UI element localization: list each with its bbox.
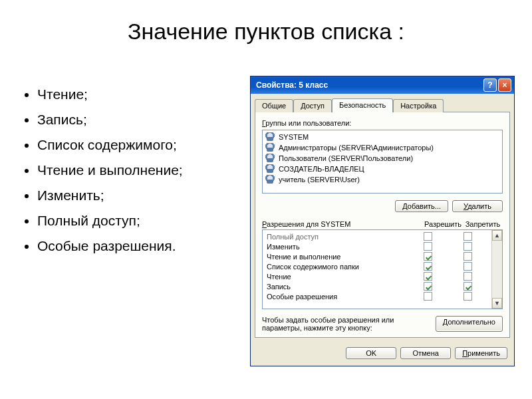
users-listbox[interactable]: SYSTEM Администраторы (SERVER\Администра… [262, 130, 503, 194]
tab-access[interactable]: Доступ [293, 99, 332, 112]
permissions-listbox: Полный доступ Изменить Чтение и выполнен… [262, 229, 503, 309]
add-button[interactable]: Добавить... [395, 200, 448, 212]
bullet-item: Особые разрешения. [37, 238, 239, 254]
cancel-button[interactable]: Отмена [400, 347, 451, 359]
deny-checkbox[interactable] [464, 282, 472, 291]
deny-checkbox[interactable] [464, 252, 472, 261]
tab-security[interactable]: Безопасность [332, 98, 393, 112]
perm-row: Полный доступ [263, 231, 491, 241]
bullet-item: Изменить; [37, 188, 239, 203]
user-row[interactable]: СОЗДАТЕЛЬ-ВЛАДЕЛЕЦ [263, 164, 502, 174]
allow-checkbox[interactable] [424, 282, 432, 291]
slide-title: Значение пунктов списка : [0, 0, 532, 61]
user-row[interactable]: учитель (SERVER\User) [263, 174, 502, 185]
user-name: SYSTEM [279, 133, 309, 141]
user-icon [265, 132, 275, 142]
window-title: Свойства: 5 класс [256, 80, 328, 90]
bullet-item: Полный доступ; [37, 213, 239, 229]
bullet-list: Чтение; Запись; Список содержимого; Чтен… [20, 86, 239, 263]
advanced-hint: Чтобы задать особые разрешения или парам… [262, 316, 503, 332]
perm-row: Чтение [263, 271, 491, 281]
titlebar[interactable]: Свойства: 5 класс ? × [251, 76, 514, 94]
perm-row: Особые разрешения [263, 291, 491, 301]
allow-checkbox[interactable] [424, 232, 432, 241]
user-icon [265, 143, 275, 152]
deny-checkbox[interactable] [464, 242, 472, 251]
remove-button[interactable]: Удалить [452, 200, 503, 212]
advanced-button[interactable]: Дополнительно [436, 316, 503, 332]
user-icon [265, 154, 275, 163]
perm-row: Список содержимого папки [263, 261, 491, 271]
permissions-header: Разрешения для SYSTEM Разрешить Запретит… [262, 220, 503, 228]
user-row[interactable]: Администраторы (SERVER\Администраторы) [263, 142, 502, 153]
help-button[interactable]: ? [483, 78, 497, 92]
col-allow: Разрешить [423, 220, 463, 228]
perm-name: Изменить [267, 243, 408, 251]
close-button[interactable]: × [498, 78, 511, 92]
col-deny: Запретить [463, 220, 503, 228]
ok-button[interactable]: OK [346, 347, 396, 359]
user-name: Пользователи (SERVER\Пользователи) [279, 154, 413, 162]
perm-row: Запись [263, 281, 491, 291]
user-name: Администраторы (SERVER\Администраторы) [279, 144, 434, 152]
scroll-up-icon[interactable]: ▲ [492, 230, 502, 241]
tab-general[interactable]: Общие [255, 99, 293, 112]
allow-checkbox[interactable] [424, 262, 432, 271]
user-name: учитель (SERVER\User) [279, 176, 360, 184]
perm-row: Чтение и выполнение [263, 251, 491, 261]
allow-checkbox[interactable] [424, 252, 432, 261]
user-icon [265, 164, 275, 174]
deny-checkbox[interactable] [464, 232, 472, 241]
perm-name: Чтение и выполнение [267, 253, 408, 261]
allow-checkbox[interactable] [424, 242, 432, 251]
perm-name: Запись [267, 283, 408, 291]
groups-label: Группы или пользователи: [262, 119, 503, 127]
dialog-buttons: OK Отмена Применить [251, 342, 514, 366]
perm-name: Чтение [267, 273, 408, 281]
bullet-item: Чтение; [37, 86, 239, 102]
tabstrip: Общие Доступ Безопасность Настройка [251, 94, 514, 112]
deny-checkbox[interactable] [464, 292, 472, 301]
bullet-item: Чтение и выполнение; [37, 162, 239, 178]
user-icon [265, 175, 275, 184]
user-row[interactable]: SYSTEM [263, 132, 502, 142]
tab-customize[interactable]: Настройка [393, 99, 444, 112]
bullet-item: Запись; [37, 112, 239, 128]
perm-name: Особые разрешения [267, 293, 408, 301]
perm-name: Полный доступ [267, 233, 408, 241]
apply-button[interactable]: Применить [455, 347, 507, 359]
scroll-track[interactable] [492, 241, 502, 298]
security-panel: Группы или пользователи: SYSTEM Админист… [255, 112, 510, 338]
perm-row: Изменить [263, 241, 491, 251]
properties-dialog: Свойства: 5 класс ? × Общие Доступ Безоп… [250, 76, 515, 366]
allow-checkbox[interactable] [424, 292, 432, 301]
scrollbar[interactable]: ▲ ▼ [491, 230, 502, 309]
user-row[interactable]: Пользователи (SERVER\Пользователи) [263, 153, 502, 164]
deny-checkbox[interactable] [464, 262, 472, 271]
scroll-down-icon[interactable]: ▼ [492, 298, 502, 309]
perm-name: Список содержимого папки [267, 263, 408, 271]
user-name: СОЗДАТЕЛЬ-ВЛАДЕЛЕЦ [279, 165, 364, 173]
allow-checkbox[interactable] [424, 272, 432, 281]
deny-checkbox[interactable] [464, 272, 472, 281]
bullet-item: Список содержимого; [37, 137, 239, 153]
